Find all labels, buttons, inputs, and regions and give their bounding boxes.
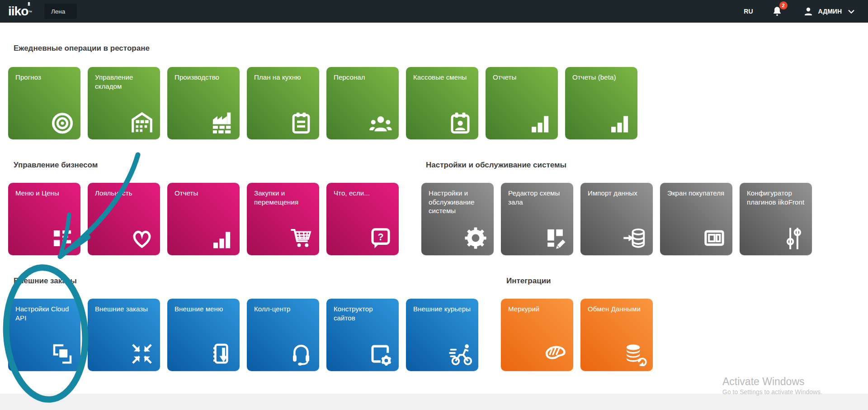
- language-switcher[interactable]: RU: [744, 8, 753, 15]
- menu-list-icon: [50, 226, 75, 250]
- target-icon: [50, 110, 75, 134]
- tile-cash-shifts[interactable]: Кассовые смены: [406, 67, 478, 139]
- tile-purchases-transfers[interactable]: Закупки и перемещения: [247, 183, 319, 255]
- tile-reports-business[interactable]: Отчеты: [167, 183, 240, 255]
- tile-what-if[interactable]: Что, если... ?: [326, 183, 399, 255]
- bar-chart-icon: [607, 110, 632, 134]
- warehouse-icon: [130, 110, 154, 134]
- notifications-button[interactable]: 2: [771, 5, 783, 17]
- bicycle-courier-icon: [448, 342, 472, 366]
- user-name: АДМИН: [818, 8, 842, 15]
- tile-reports-beta[interactable]: Отчеты (beta): [565, 67, 637, 139]
- page: iiko™ Лена RU 2 АДМИН: [0, 0, 868, 410]
- factory-icon: [209, 110, 234, 134]
- activate-windows-watermark-sub: Go to Settings to activate Windows.: [722, 388, 822, 396]
- tile-external-orders[interactable]: Внешние заказы: [88, 299, 160, 371]
- integrations-tiles: Меркурий Обмен Данными: [501, 299, 653, 371]
- tile-floor-plan-editor[interactable]: Редактор схемы зала: [501, 183, 573, 255]
- layout-pencil-icon: [543, 226, 567, 250]
- tile-warehouse-management[interactable]: Управление складом: [88, 67, 160, 139]
- organization-selector[interactable]: Лена: [44, 4, 77, 19]
- tile-site-builder[interactable]: Конструктор сайтов: [326, 299, 399, 371]
- database-import-icon: [623, 226, 647, 250]
- section-title-daily-operations: Ежедневные операции в ресторане: [14, 44, 150, 53]
- menu-download-icon: [209, 342, 234, 366]
- bar-chart-icon: [528, 110, 552, 134]
- business-management-tiles: Меню и Цены Лояльность Отчеты Закупки и …: [8, 183, 399, 255]
- logo-tm: ™: [28, 10, 32, 14]
- tile-system-settings[interactable]: Настройки и обслуживание системы: [421, 183, 494, 255]
- svg-text:?: ?: [377, 232, 383, 243]
- top-bar: iiko™ Лена RU 2 АДМИН: [0, 0, 868, 23]
- kitchen-plan-icon: [289, 110, 313, 134]
- collapse-arrows-icon: [130, 342, 154, 366]
- headset-icon: [289, 342, 313, 366]
- tile-production[interactable]: Производство: [167, 67, 240, 139]
- tile-customer-screen[interactable]: Экран покупателя: [660, 183, 732, 255]
- user-icon: [803, 6, 814, 17]
- tile-external-couriers[interactable]: Внешние курьеры: [406, 299, 478, 371]
- tile-external-menus[interactable]: Внешние меню: [167, 299, 240, 371]
- tile-menu-and-prices[interactable]: Меню и Цены: [8, 183, 80, 255]
- section-title-system-settings: Настройки и обслуживание системы: [426, 161, 566, 170]
- logo-text: iiko: [8, 4, 28, 18]
- screen-gear-icon: [368, 342, 393, 366]
- tile-forecast[interactable]: Прогноз: [8, 67, 80, 139]
- chevron-down-icon: [848, 10, 854, 14]
- heart-icon: [130, 226, 154, 250]
- tile-loyalty[interactable]: Лояльность: [88, 183, 160, 255]
- customer-screen-icon: [702, 226, 726, 250]
- activate-windows-watermark: Activate Windows: [722, 376, 805, 388]
- tile-mercury[interactable]: Меркурий: [501, 299, 573, 371]
- staff-people-icon: [368, 110, 393, 134]
- logo-chef-icon: [27, 2, 31, 6]
- tile-reports[interactable]: Отчеты: [486, 67, 558, 139]
- cart-icon: [289, 226, 313, 250]
- tile-call-center[interactable]: Колл-центр: [247, 299, 319, 371]
- section-title-external-orders: Внешние заказы: [14, 277, 77, 286]
- bar-chart-icon: [209, 226, 234, 250]
- tile-kitchen-plan[interactable]: План на кухню: [247, 67, 319, 139]
- user-menu[interactable]: АДМИН: [803, 6, 854, 17]
- system-settings-tiles: Настройки и обслуживание системы Редакто…: [421, 183, 812, 255]
- tile-data-import[interactable]: Импорт данных: [580, 183, 653, 255]
- tile-data-exchange[interactable]: Обмен Данными: [580, 299, 653, 371]
- section-title-integrations: Интеграции: [506, 277, 551, 286]
- steak-icon: [543, 342, 567, 366]
- tile-iikofront-plugin-configurator[interactable]: Конфигуратор плагинов iikoFront: [740, 183, 812, 255]
- tile-staff[interactable]: Персонал: [326, 67, 399, 139]
- gear-icon: [463, 226, 488, 250]
- sliders-icon: [782, 226, 806, 250]
- tile-cloud-api-settings[interactable]: Настройки Cloud API: [8, 299, 80, 371]
- question-bubble-icon: ?: [368, 226, 393, 250]
- database-sync-icon: [623, 342, 647, 366]
- section-title-business-management: Управление бизнесом: [14, 161, 98, 170]
- cash-shift-calendar-icon: [448, 110, 472, 134]
- external-orders-tiles: Настройки Cloud API Внешние заказы Внешн…: [8, 299, 478, 371]
- notification-badge: 2: [779, 1, 788, 10]
- iiko-logo[interactable]: iiko™: [8, 4, 32, 19]
- cloud-api-squares-icon: [50, 342, 75, 366]
- footer-strip: [0, 394, 868, 410]
- organization-name: Лена: [51, 8, 65, 15]
- daily-operations-tiles: Прогноз Управление складом Производство: [8, 67, 637, 139]
